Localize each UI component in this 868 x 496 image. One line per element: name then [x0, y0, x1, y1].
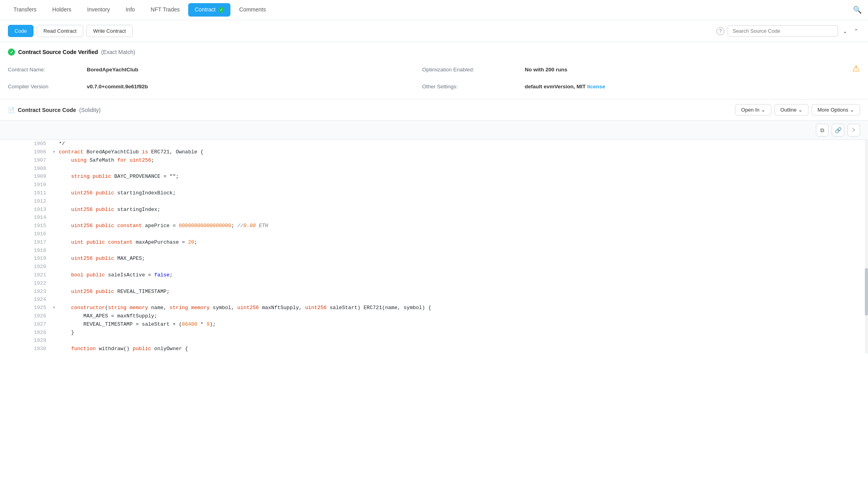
- table-row: 1928 }: [0, 329, 868, 337]
- tab-holders[interactable]: Holders: [45, 0, 79, 20]
- warning-icon: ⚠: [852, 63, 860, 74]
- table-row: 1913 uint256 public startingIndex;: [0, 206, 868, 214]
- line-number: 1913: [0, 206, 51, 214]
- fullscreen-button[interactable]: ⧽: [847, 124, 860, 136]
- table-row: 1929: [0, 337, 868, 345]
- code-line: uint256 public startingIndexBlock;: [57, 189, 868, 198]
- table-row: 1910: [0, 181, 868, 189]
- copy-button[interactable]: ⧉: [816, 124, 829, 136]
- table-row: 1921 bool public saleIsActive = false;: [0, 271, 868, 280]
- scrollbar-track: [865, 140, 868, 353]
- tab-info[interactable]: Info: [118, 0, 142, 20]
- code-line: function withdraw() public onlyOwner {: [57, 345, 868, 353]
- table-row: 1925▾ constructor(string memory name, st…: [0, 304, 868, 312]
- table-row: 1922: [0, 280, 868, 288]
- fold-indicator: [51, 280, 57, 288]
- table-row: 1912: [0, 198, 868, 206]
- copy-icon: ⧉: [820, 127, 824, 134]
- code-line: bool public saleIsActive = false;: [57, 271, 868, 280]
- link-button[interactable]: 🔗: [832, 124, 844, 136]
- fold-indicator: [51, 173, 57, 181]
- chevron-down-icon: ⌄: [798, 107, 803, 113]
- tab-inventory[interactable]: Inventory: [80, 0, 117, 20]
- write-contract-button[interactable]: Write Contract: [86, 25, 133, 37]
- fold-indicator: [51, 345, 57, 353]
- code-line: [57, 198, 868, 206]
- code-line: [57, 165, 868, 173]
- fold-indicator: [51, 140, 57, 148]
- other-settings-label: Other Settings:: [422, 80, 525, 93]
- tab-nft-trades[interactable]: NFT Trades: [144, 0, 187, 20]
- code-container: 1905*/1906▾contract BoredApeYachtClub is…: [0, 140, 868, 353]
- code-line: using SafeMath for uint256;: [57, 157, 868, 165]
- outline-button[interactable]: Outline ⌄: [774, 104, 808, 116]
- line-number: 1927: [0, 321, 51, 329]
- code-line: }: [57, 329, 868, 337]
- table-row: 1917 uint public constant maxApePurchase…: [0, 239, 868, 247]
- fold-indicator[interactable]: ▾: [51, 304, 57, 312]
- line-number: 1922: [0, 280, 51, 288]
- table-row: 1918: [0, 247, 868, 255]
- line-number: 1930: [0, 345, 51, 353]
- table-row: 1911 uint256 public startingIndexBlock;: [0, 189, 868, 198]
- code-line: string public BAYC_PROVENANCE = "";: [57, 173, 868, 181]
- fold-indicator: [51, 255, 57, 263]
- open-in-button[interactable]: Open In ⌄: [735, 104, 771, 116]
- fold-indicator: [51, 222, 57, 230]
- fold-indicator: [51, 165, 57, 173]
- fold-indicator[interactable]: ▾: [51, 148, 57, 157]
- code-line: uint public constant maxApePurchase = 20…: [57, 239, 868, 247]
- more-options-button[interactable]: More Options ⌄: [812, 104, 860, 116]
- line-number: 1907: [0, 157, 51, 165]
- fold-indicator: [51, 239, 57, 247]
- contract-info: ✓ Contract Source Code Verified (Exact M…: [0, 42, 868, 99]
- optimization-value: No with 200 runs: [525, 63, 860, 76]
- search-source-input[interactable]: [728, 25, 838, 37]
- line-number: 1911: [0, 189, 51, 198]
- line-number: 1914: [0, 214, 51, 222]
- code-button[interactable]: Code: [8, 25, 34, 37]
- license-link[interactable]: license: [587, 84, 605, 90]
- line-number: 1926: [0, 312, 51, 321]
- tab-comments[interactable]: Comments: [232, 0, 273, 20]
- table-row: 1926 MAX_APES = maxNftSupply;: [0, 312, 868, 321]
- contract-verified-check-icon: [219, 7, 224, 13]
- sub-nav: Code Read Contract Write Contract ? ⌄ ⌃: [0, 20, 868, 42]
- tab-contract[interactable]: Contract: [188, 3, 230, 17]
- nav-tabs: Transfers Holders Inventory Info NFT Tra…: [6, 0, 273, 20]
- code-table: 1905*/1906▾contract BoredApeYachtClub is…: [0, 140, 868, 353]
- line-number: 1919: [0, 255, 51, 263]
- chevron-down-icon[interactable]: ⌄: [841, 26, 849, 36]
- sub-nav-left: Code Read Contract Write Contract: [8, 25, 133, 37]
- file-icon: 📄: [8, 107, 15, 113]
- line-number: 1916: [0, 230, 51, 239]
- fold-indicator: [51, 181, 57, 189]
- code-line: [57, 247, 868, 255]
- link-icon: 🔗: [835, 127, 842, 133]
- source-subtitle: (Solidity): [79, 107, 101, 113]
- fold-indicator: [51, 296, 57, 304]
- compiler-version-label: Compiler Version: [8, 80, 87, 93]
- fold-indicator: [51, 312, 57, 321]
- scrollbar-thumb[interactable]: [865, 268, 868, 315]
- line-number: 1915: [0, 222, 51, 230]
- contract-name-label: Contract Name:: [8, 63, 87, 76]
- table-row: 1924: [0, 296, 868, 304]
- fold-indicator: [51, 214, 57, 222]
- table-row: 1920: [0, 263, 868, 271]
- source-title-text: Contract Source Code: [18, 107, 76, 113]
- editor-toolbar: ⧉ 🔗 ⧽: [0, 121, 868, 140]
- code-line: [57, 280, 868, 288]
- fullscreen-icon: ⧽: [853, 127, 855, 133]
- code-line: */: [57, 140, 868, 148]
- source-header: 📄 Contract Source Code (Solidity) Open I…: [0, 99, 868, 121]
- global-search-button[interactable]: 🔍: [853, 6, 862, 14]
- chevron-up-icon[interactable]: ⌃: [852, 26, 860, 36]
- line-number: 1923: [0, 288, 51, 296]
- fold-indicator: [51, 329, 57, 337]
- help-icon[interactable]: ?: [716, 27, 724, 35]
- line-number: 1929: [0, 337, 51, 345]
- verified-badge: ✓ Contract Source Code Verified (Exact M…: [8, 48, 860, 56]
- tab-transfers[interactable]: Transfers: [6, 0, 44, 20]
- read-contract-button[interactable]: Read Contract: [37, 25, 83, 37]
